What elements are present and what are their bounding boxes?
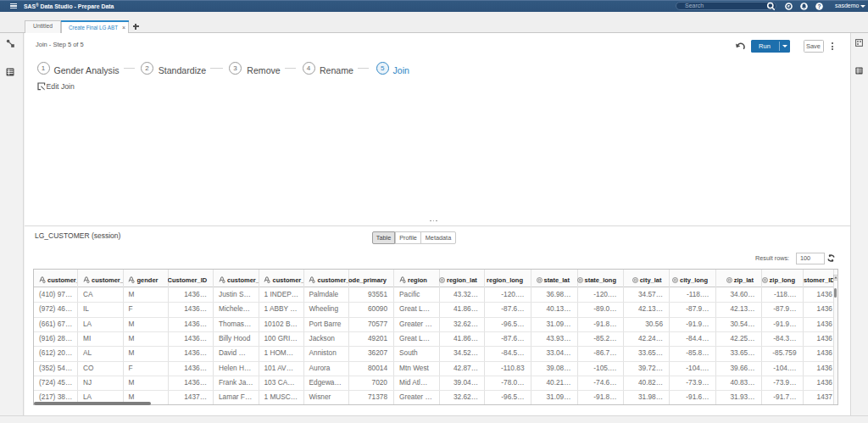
svg-text:?: ? [818, 3, 821, 9]
